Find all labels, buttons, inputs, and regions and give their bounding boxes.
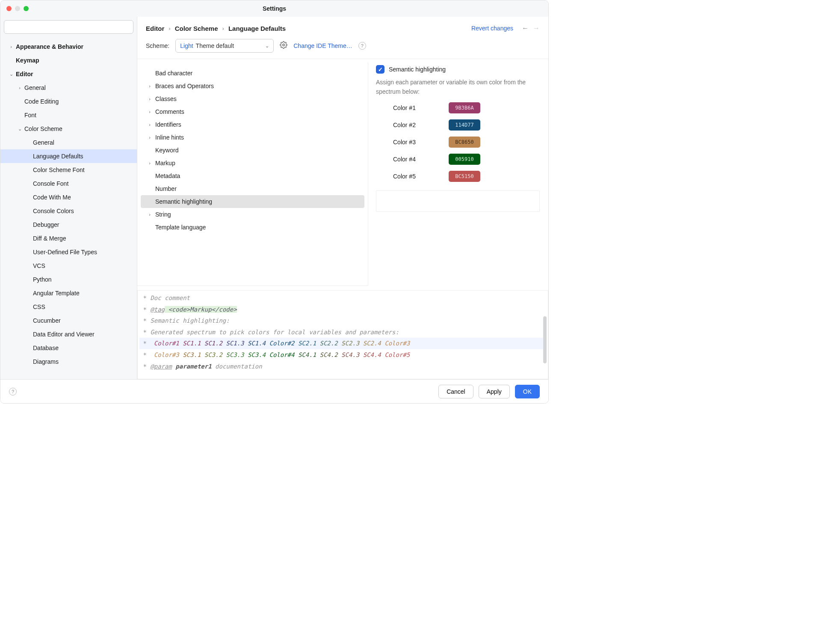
footer: ? Cancel Apply OK (0, 379, 548, 403)
category-list[interactable]: Bad character›Braces and Operators›Class… (137, 62, 368, 286)
category-label: Markup (155, 160, 175, 166)
code-preview[interactable]: * Doc comment * @tag <code>Markup</code>… (137, 290, 548, 379)
tree-item[interactable]: Diagrams (0, 355, 137, 368)
category-item[interactable]: ›String (137, 208, 368, 221)
semantic-checkbox-row: ✓ Semantic highlighting (376, 65, 540, 74)
chevron-right-icon: › (147, 109, 153, 114)
category-item[interactable]: ›Classes (137, 92, 368, 105)
tree-item[interactable]: ⌄Editor (0, 67, 137, 81)
tree-item-label: Color Scheme (24, 125, 62, 132)
tree-item-label: Debugger (33, 221, 59, 228)
svg-point-2 (283, 44, 285, 46)
color-swatch[interactable]: 005910 (449, 154, 480, 165)
breadcrumb: Editor › Color Scheme › Language Default… (146, 25, 286, 32)
breadcrumb-editor[interactable]: Editor (146, 25, 164, 32)
revert-changes-link[interactable]: Revert changes (471, 25, 513, 32)
ok-button[interactable]: OK (515, 385, 540, 398)
category-item[interactable]: ›Identifiers (137, 118, 368, 131)
titlebar: Settings (0, 0, 548, 17)
chevron-down-icon: ⌄ (8, 71, 14, 77)
category-item[interactable]: ›Comments (137, 105, 368, 118)
tree-item[interactable]: Keymap (0, 53, 137, 67)
scheme-select[interactable]: Light Theme default ⌄ (175, 39, 274, 53)
tree-item-label: Code With Me (33, 194, 71, 201)
category-item[interactable]: ›Braces and Operators (137, 80, 368, 92)
color-swatch[interactable]: 114D77 (449, 119, 480, 131)
tree-item-label: Appearance & Behavior (16, 43, 83, 50)
tree-item-label: Console Font (33, 180, 68, 187)
tree-item[interactable]: Language Defaults (0, 149, 137, 163)
color-swatch[interactable]: 9B3B6A (449, 102, 480, 113)
tree-item-label: Diagrams (33, 358, 59, 365)
breadcrumb-row: Editor › Color Scheme › Language Default… (137, 17, 548, 39)
search-wrap: ▾ (0, 17, 137, 37)
tree-item[interactable]: User-Defined File Types (0, 245, 137, 259)
chevron-right-icon: › (8, 44, 14, 49)
color-row: Color #5BC5150 (393, 171, 540, 182)
breadcrumb-language-defaults: Language Defaults (228, 25, 286, 32)
search-input[interactable] (4, 20, 133, 34)
chevron-down-icon: ⌄ (17, 126, 23, 132)
color-row: Color #3BC8650 (393, 137, 540, 148)
chevron-down-icon: ⌄ (265, 43, 269, 49)
chevron-right-icon: › (147, 160, 153, 166)
gear-icon[interactable] (280, 41, 287, 51)
tree-item-label: Language Defaults (33, 153, 83, 160)
tree-item[interactable]: Angular Template (0, 286, 137, 300)
apply-button[interactable]: Apply (479, 385, 510, 398)
preview-scrollbar-thumb[interactable] (543, 316, 547, 363)
color-swatch[interactable]: BC5150 (449, 171, 480, 182)
content-area: ▾ ›Appearance & BehaviorKeymap⌄Editor›Ge… (0, 17, 548, 379)
tree-item[interactable]: VCS (0, 259, 137, 273)
category-item[interactable]: Bad character (137, 67, 368, 80)
change-ide-theme-link[interactable]: Change IDE Theme… (293, 42, 352, 49)
scheme-current-prefix: Light (180, 42, 193, 49)
back-button[interactable]: ← (522, 24, 529, 32)
tree-item[interactable]: Cucumber (0, 314, 137, 327)
tree-item-label: VCS (33, 262, 45, 269)
cancel-button[interactable]: Cancel (438, 385, 473, 398)
scheme-current-rest: Theme default (196, 42, 234, 49)
tree-item[interactable]: ⌄Color Scheme (0, 122, 137, 136)
settings-tree[interactable]: ›Appearance & BehaviorKeymap⌄Editor›Gene… (0, 37, 137, 379)
semantic-checkbox[interactable]: ✓ (376, 65, 385, 74)
category-item[interactable]: ›Markup (137, 157, 368, 169)
color-row: Color #2114D77 (393, 119, 540, 131)
tree-item[interactable]: Diff & Merge (0, 232, 137, 245)
main-panel: Editor › Color Scheme › Language Default… (137, 17, 548, 379)
tree-item[interactable]: ›Appearance & Behavior (0, 40, 137, 53)
tree-item[interactable]: CSS (0, 300, 137, 314)
tree-item[interactable]: Console Font (0, 177, 137, 190)
tree-item[interactable]: Code Editing (0, 95, 137, 108)
tree-item[interactable]: Python (0, 273, 137, 286)
category-item[interactable]: Number (137, 182, 368, 195)
category-label: Keyword (155, 147, 178, 154)
category-item[interactable]: Template language (137, 221, 368, 234)
category-item[interactable]: Metadata (137, 169, 368, 182)
color-swatch[interactable]: BC8650 (449, 137, 480, 148)
tree-item-label: Angular Template (33, 290, 80, 297)
breadcrumb-color-scheme[interactable]: Color Scheme (175, 25, 218, 32)
tree-item-label: General (24, 84, 46, 91)
tree-item[interactable]: Code With Me (0, 190, 137, 204)
tree-item[interactable]: Font (0, 108, 137, 122)
tree-item[interactable]: Color Scheme Font (0, 163, 137, 177)
chevron-right-icon: › (147, 212, 153, 217)
help-button[interactable]: ? (9, 388, 17, 395)
help-icon[interactable]: ? (358, 42, 366, 50)
tree-item[interactable]: Data Editor and Viewer (0, 327, 137, 341)
tree-item[interactable]: Database (0, 341, 137, 355)
semantic-help-text: Assign each parameter or variable its ow… (376, 78, 540, 96)
category-label: Identifiers (155, 121, 181, 128)
tree-item[interactable]: ›General (0, 81, 137, 95)
tree-item[interactable]: Debugger (0, 218, 137, 232)
category-label: Number (155, 185, 177, 192)
category-item[interactable]: ›Inline hints (137, 131, 368, 144)
forward-button[interactable]: → (533, 24, 540, 32)
tree-item[interactable]: Console Colors (0, 204, 137, 218)
tree-item-label: User-Defined File Types (33, 249, 97, 256)
category-label: String (155, 211, 171, 218)
category-item[interactable]: Keyword (137, 144, 368, 157)
tree-item[interactable]: General (0, 136, 137, 149)
category-item[interactable]: Semantic highlighting (141, 195, 364, 208)
